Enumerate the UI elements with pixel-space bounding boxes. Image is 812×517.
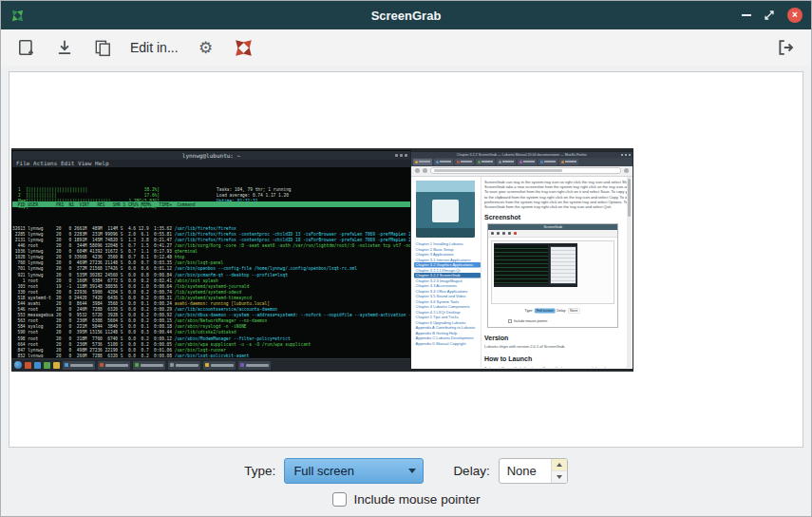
spin-up-button[interactable] <box>552 459 567 471</box>
htop-process-row: 760 lynnwg 20 0 469M 27236 21148 S 0.0 0… <box>12 259 410 265</box>
toc-link: Chapter 3.2.3 ImageMagick <box>414 278 481 283</box>
new-screenshot-icon <box>17 38 36 57</box>
include-pointer-checkbox[interactable] <box>332 492 347 507</box>
close-icon[interactable]: × <box>787 8 803 23</box>
taskbar-icon <box>53 362 60 369</box>
htop-header-row: PID USER PRI NI VIRT RES SHR S CPU% MEM%… <box>12 201 410 207</box>
toc-link: Chapter 2 Basic Setup <box>414 246 481 252</box>
htop-function-keys: F1Help F2Setup F3SearchF4FilterF5Tree F6… <box>12 348 252 354</box>
nested-controls: Type: Full screen Delay: None <box>488 306 617 316</box>
scrollbar-thumb <box>628 179 631 217</box>
preview-terminal-window: lynnwg@lubuntu: ~ File Actions Edit View… <box>11 150 411 358</box>
htop-process-row: 584 syslog 20 0 221M 5044 3840 S 0.0 0.1… <box>12 323 410 329</box>
htop-process-row: 446 root 20 0 344M 58096 32048 S 0.7 1.5… <box>12 242 410 248</box>
url-bar <box>430 167 621 174</box>
window-title: ScreenGrab <box>1 9 811 23</box>
quit-icon <box>776 38 795 57</box>
back-icon <box>415 168 420 173</box>
version-heading: Version <box>484 335 508 341</box>
nested-thumbnail <box>494 243 577 287</box>
htop-process-row: 2131 lynnwg 20 0 1891M 145M 74820 S 1.3 … <box>12 237 410 242</box>
htop-info-lines: Tasks: 104, 79 thr; 1 runningLoad averag… <box>217 169 292 203</box>
taskbar-window-button <box>133 361 165 370</box>
embedded-screengrab-screenshot: ScreenGrab <box>487 223 618 328</box>
htop-process-row: 303 root 19 -1 118M 39148 38036 S 0.0 1.… <box>12 282 410 288</box>
screenshot-preview: lynnwg@lubuntu: ~ File Actions Edit View… <box>11 148 633 372</box>
save-icon <box>55 38 74 57</box>
terminal-body: 1 [||||||||||||||||||||||| 38.2%]2 [||||… <box>12 167 410 357</box>
toolbar: Edit in... ⚙ <box>1 29 811 66</box>
settings-button[interactable]: ⚙ <box>192 33 220 62</box>
firefox-window-buttons <box>621 154 631 156</box>
spin-down-button[interactable] <box>552 471 567 483</box>
sidebar-image <box>416 181 475 238</box>
toc-link: Appendix B Getting Help <box>414 330 481 335</box>
new-screenshot-button[interactable] <box>12 33 41 62</box>
htop-process-row: 598 root 20 0 318M 7760 6740 S 0.0 0.2 0… <box>12 335 410 340</box>
include-pointer-row: Include mouse pointer <box>1 492 811 507</box>
htop-process-row: 1036 lynnwg 20 0 604M 41392 31672 S 0.7 … <box>12 248 410 254</box>
toc-link: Chapter 4 Lubuntu Components <box>414 304 481 310</box>
htop-process-row: 701 lynnwg 20 0 372M 21568 17426 S 0.0 0… <box>12 265 410 271</box>
toc-link: Chapter 1 Installing Lubuntu <box>414 241 481 247</box>
titlebar[interactable]: ScreenGrab × <box>1 1 811 29</box>
toc-link: Chapter 3.3 Accessories <box>414 283 481 289</box>
toc-link: Chapter 3.6 System Tools <box>414 298 481 304</box>
include-pointer-label: Include mouse pointer <box>354 492 481 507</box>
toc-link: Chapter 3 Applications <box>414 252 481 258</box>
taskbar-window-button <box>238 361 271 370</box>
tab-favicon <box>415 161 418 163</box>
htop-process-row: 330 root 20 0 22936 5900 4204 S 0.0 0.2 … <box>12 289 410 295</box>
toc-link: Chapter 3.1 Internet Applications <box>414 257 481 262</box>
type-label: Type: <box>244 464 275 478</box>
terminal-window-buttons <box>395 154 407 157</box>
firefox-tab <box>455 159 474 165</box>
taskbar-window-button <box>168 361 200 370</box>
edit-in-button[interactable]: Edit in... <box>126 33 182 62</box>
menu-icon <box>624 168 629 173</box>
minimize-icon[interactable] <box>742 14 751 16</box>
tab-favicon <box>540 161 543 163</box>
htop-process-row: 1 root 20 0 166M 9384 6772 S 0.0 0.2 0:0… <box>12 277 410 282</box>
firefox-tab <box>476 159 495 165</box>
firefox-nav-bar <box>411 166 633 177</box>
taskbar-menu-icon <box>14 361 22 369</box>
htop-process-row: 544 avahi 20 0 8644 3984 3560 S 0.0 0.1 … <box>12 300 410 306</box>
toc-link: Chapter 3.4 Office Applications <box>414 288 481 294</box>
toc-link: Chapter 5 Tips and Tricks <box>414 315 481 320</box>
maximize-icon[interactable] <box>764 10 775 21</box>
manual-paragraph: ScreenGrab can stay in the system tray i… <box>484 180 632 210</box>
firefox-tab <box>518 159 537 165</box>
chevron-down-icon[interactable] <box>402 459 423 483</box>
taskbar-window-button <box>63 361 95 370</box>
terminal-title: lynnwg@lubuntu: ~ <box>12 151 410 160</box>
htop-process-row: 1028 lynnwg 20 0 33668 4236 3560 R 0.7 0… <box>12 254 410 259</box>
quit-button[interactable] <box>771 33 800 62</box>
toc-link: Chapter 3.2.1 LXImage-Qt <box>414 267 481 273</box>
taskbar-icon <box>34 362 41 369</box>
firefox-tab <box>434 159 453 165</box>
firefox-tab <box>538 159 557 165</box>
firefox-tab <box>559 159 578 165</box>
nested-checkbox-row: Include mouse pointer <box>488 317 617 325</box>
taskbar-window-button <box>98 361 130 370</box>
firefox-content: Chapter 1 Installing LubuntuChapter 2 Ba… <box>412 177 632 368</box>
tab-favicon <box>457 161 460 163</box>
toc-link: Chapter 4.1 LXQt Desktop <box>414 309 481 315</box>
delay-spinbox[interactable]: None <box>499 458 568 484</box>
taskbar-icon <box>44 362 50 369</box>
nested-toolbar <box>488 230 617 238</box>
htop-process-row: 553 messagebus 20 0 9532 5720 3928 S 0.0… <box>12 312 410 317</box>
copy-button[interactable] <box>88 33 117 62</box>
tab-favicon <box>436 161 439 163</box>
forward-icon <box>423 168 427 173</box>
htop-process-row: 32613 lynnwg 20 0 2661M 489M 114M S 4.6 … <box>12 225 410 231</box>
type-dropdown[interactable]: Full screen <box>284 458 424 484</box>
tab-favicon <box>519 161 522 163</box>
app-logo-button[interactable] <box>230 33 258 62</box>
save-button[interactable] <box>50 33 79 62</box>
screengrab-logo-icon <box>232 36 255 60</box>
toc-link: Appendix A Contributing to Lubuntu <box>414 325 481 331</box>
type-dropdown-value: Full screen <box>285 464 402 478</box>
delay-label: Delay: <box>453 464 489 478</box>
